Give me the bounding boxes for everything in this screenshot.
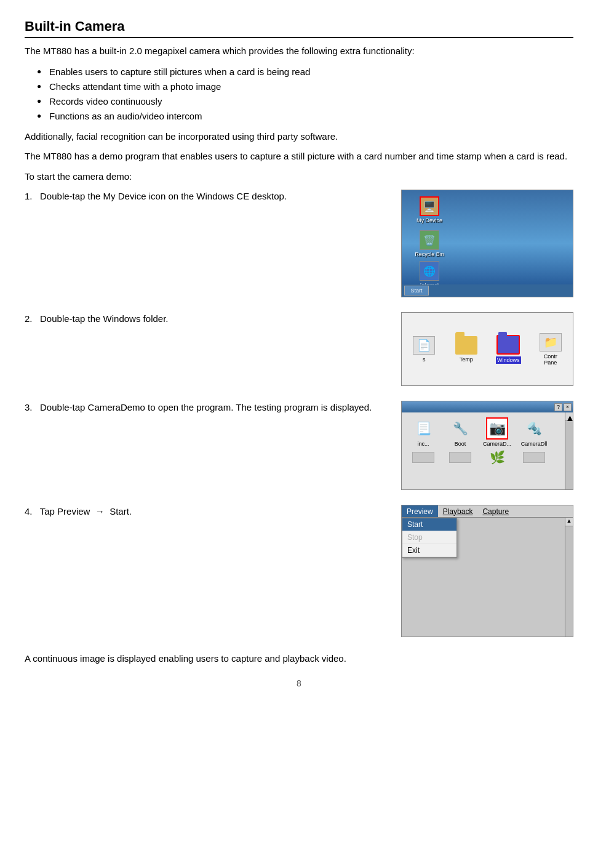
app-item-blank2 <box>444 452 477 463</box>
scrollbar-top-btn[interactable]: ▲ <box>565 412 573 421</box>
camerademo-label: CameraD... <box>483 441 511 447</box>
inc-icon: 📃 <box>412 417 434 440</box>
intro-line2: Additionally, facial recognition can be … <box>25 130 573 144</box>
folder-label-s: s <box>423 356 426 363</box>
app-item-boot: 🔧 Boot <box>444 417 477 447</box>
my-device-icon: 🖥️ My Device <box>411 196 448 223</box>
start-button[interactable]: Start <box>404 286 429 295</box>
step-2-image: 📄 s Temp Windows 📁 ContrPane <box>401 312 573 386</box>
step-4-description-start: Start. <box>110 506 132 516</box>
ie-image: 🌐 <box>420 261 439 281</box>
step-3-image: ? × ▲ 📃 inc... 🔧 Boot 📷 <box>401 401 573 490</box>
step-1-text-col: 1. Double-tap the My Device icon on the … <box>25 190 389 210</box>
my-device-label: My Device <box>417 217 442 223</box>
windows-folder-icon <box>496 335 520 355</box>
taskbar: Start <box>402 284 573 297</box>
recycle-bin-label: Recycle Bin <box>415 251 444 257</box>
folder-item-ctrlpane: 📁 ContrPane <box>533 333 567 366</box>
menu-bar: Preview Playback Capture <box>402 505 573 518</box>
app-item-blank1 <box>407 452 440 463</box>
intro-line4: To start the camera demo: <box>25 170 573 184</box>
folder-item-s: 📄 s <box>407 336 441 363</box>
win-help-btn[interactable]: ? <box>554 403 562 411</box>
blank-icon-1 <box>412 452 434 463</box>
scrollbar[interactable]: ▲ <box>565 412 573 489</box>
step-4-image: Preview Playback Capture Start Stop Exit… <box>401 505 573 637</box>
step-1-description: Double-tap the My Device icon on the Win… <box>40 191 287 201</box>
window-titlebar: ? × <box>402 401 573 412</box>
ctrlpane-label: ContrPane <box>544 353 557 366</box>
blank-icon-3 <box>523 452 545 463</box>
app-grid: 📃 inc... 🔧 Boot 📷 CameraD... 🔩 CameraDll <box>402 412 573 452</box>
step-4-num: 4. <box>25 506 33 516</box>
step-4-text: 4. Tap Preview → Start. <box>25 505 389 519</box>
my-device-icon-image: 🖥️ <box>420 196 439 216</box>
temp-folder-label: Temp <box>460 356 473 363</box>
page-title: Built-in Camera <box>25 18 573 38</box>
step-1-num: 1. <box>25 191 33 201</box>
step-1-image: 🖥️ My Device 🗑️ Recycle Bin 🌐 Internet E… <box>401 190 573 297</box>
menu-preview[interactable]: Preview <box>402 505 438 517</box>
windows-folder-label: Windows <box>496 356 521 364</box>
step-1: 1. Double-tap the My Device icon on the … <box>25 190 573 297</box>
step-3-text: 3. Double-tap CameraDemo to open the pro… <box>25 401 389 415</box>
conclusion-text: A continuous image is displayed enabling… <box>25 652 573 666</box>
list-item: Enables users to capture still pictures … <box>37 65 573 79</box>
step-4: 4. Tap Preview → Start. Preview Playback… <box>25 505 573 637</box>
step-2-description: Double-tap the Windows folder. <box>40 313 168 324</box>
menu-stop-item[interactable]: Stop <box>402 531 456 544</box>
screenshot-4: Preview Playback Capture Start Stop Exit… <box>401 505 573 637</box>
boot-icon: 🔧 <box>449 417 471 440</box>
app-item-cameradll: 🔩 CameraDll <box>517 417 551 447</box>
app-grid-row2: 🌿 <box>402 452 573 468</box>
feature-list: Enables users to capture still pictures … <box>37 65 573 124</box>
folder-item-temp: Temp <box>449 336 483 363</box>
ctrlpane-icon: 📁 <box>540 333 562 352</box>
step-4-description-tap: Tap Preview <box>40 506 90 516</box>
screenshot-1: 🖥️ My Device 🗑️ Recycle Bin 🌐 Internet E… <box>401 190 573 297</box>
step-3: 3. Double-tap CameraDemo to open the pro… <box>25 401 573 490</box>
screenshot-3: ? × ▲ 📃 inc... 🔧 Boot 📷 <box>401 401 573 490</box>
list-item: Records video continuously <box>37 94 573 109</box>
intro-line1: The MT880 has a built-in 2.0 megapixel c… <box>25 44 573 58</box>
camera-demo-icon: 📷 <box>486 417 508 440</box>
step-3-description: Double-tap CameraDemo to open the progra… <box>40 402 372 412</box>
step-2-text-col: 2. Double-tap the Windows folder. <box>25 312 389 332</box>
doc-icon-s: 📄 <box>413 336 435 355</box>
folder-item-windows: Windows <box>492 335 525 364</box>
step-3-num: 3. <box>25 402 33 412</box>
intro-line3: The MT880 has a demo program that enable… <box>25 150 573 164</box>
app-item-blank3 <box>517 452 551 463</box>
recycle-bin-icon: 🗑️ Recycle Bin <box>411 230 448 257</box>
step-4-arrow: → <box>95 506 105 516</box>
step-2: 2. Double-tap the Windows folder. 📄 s Te… <box>25 312 573 386</box>
scrollbar-4-top[interactable]: ▲ <box>565 518 573 526</box>
temp-folder-icon <box>455 336 477 355</box>
plant-icon: 🌿 <box>486 452 508 463</box>
menu-capture[interactable]: Capture <box>477 505 514 517</box>
page-number: 8 <box>25 678 573 688</box>
list-item: Checks attendant time with a photo image <box>37 79 573 94</box>
step-4-text-col: 4. Tap Preview → Start. <box>25 505 389 525</box>
step-2-num: 2. <box>25 313 33 324</box>
screenshot-2: 📄 s Temp Windows 📁 ContrPane <box>401 312 573 386</box>
app-item-plant: 🌿 <box>480 452 514 463</box>
cameradll-label: CameraDll <box>521 441 548 447</box>
menu-playback[interactable]: Playback <box>438 505 478 517</box>
step-2-text: 2. Double-tap the Windows folder. <box>25 312 389 326</box>
inc-label: inc... <box>417 441 429 447</box>
win-close-btn[interactable]: × <box>564 403 572 411</box>
recycle-bin-image: 🗑️ <box>420 230 439 250</box>
cameradll-icon: 🔩 <box>523 417 545 440</box>
app-item-inc: 📃 inc... <box>407 417 440 447</box>
step-3-text-col: 3. Double-tap CameraDemo to open the pro… <box>25 401 389 421</box>
step-1-text: 1. Double-tap the My Device icon on the … <box>25 190 389 204</box>
app-item-camerademo: 📷 CameraD... <box>480 417 514 447</box>
menu-exit-item[interactable]: Exit <box>402 544 456 557</box>
blank-icon-2 <box>449 452 471 463</box>
boot-label: Boot <box>455 441 466 447</box>
list-item: Functions as an audio/video intercom <box>37 109 573 124</box>
menu-start-item[interactable]: Start <box>402 518 456 531</box>
dropdown-menu: Start Stop Exit <box>402 518 457 558</box>
scrollbar-4[interactable]: ▲ <box>565 518 573 637</box>
